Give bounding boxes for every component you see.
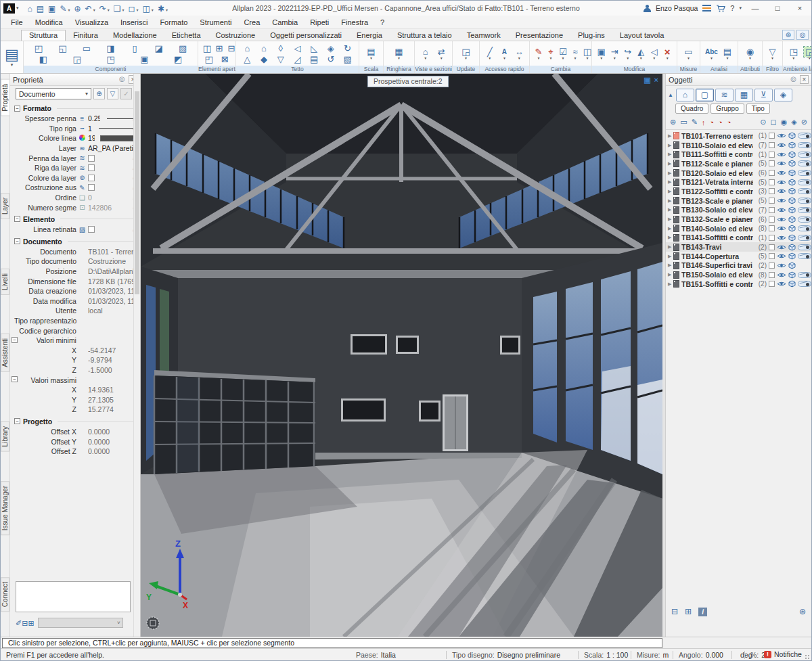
- tree-label[interactable]: TB110-Solaio ed elevazioni: [681, 141, 753, 150]
- checkbox[interactable]: [769, 198, 775, 204]
- tree-row[interactable]: ▶ TB112-Scale e pianerottoli (5): [666, 159, 811, 168]
- property-row[interactable]: X14.9361✎: [14, 385, 140, 395]
- property-row[interactable]: Costruzione aus✎: [14, 183, 140, 193]
- status-item[interactable]: Angolo:0.000: [673, 651, 723, 659]
- tree-label[interactable]: TB123-Scale e pianerottoli: [681, 197, 753, 205]
- ribbon-tab[interactable]: Oggetti personalizzati: [263, 30, 349, 41]
- checkbox[interactable]: [88, 155, 95, 162]
- transparency-slider-icon[interactable]: [798, 160, 811, 166]
- expand-arrow-icon[interactable]: ▶: [668, 244, 673, 250]
- ribbon-tab[interactable]: Presentazione: [508, 30, 570, 41]
- toolbar-icon[interactable]: ◧: [38, 54, 49, 64]
- toolbar-icon[interactable]: ×: [662, 47, 673, 57]
- toolbar-icon[interactable]: ↻: [342, 43, 353, 53]
- objects-toolbar-icon[interactable]: ⊕: [670, 118, 676, 127]
- chevron-down-icon[interactable]: ▾: [627, 57, 629, 60]
- toolbar-icon[interactable]: ▤: [366, 47, 377, 57]
- 3d-cube-icon[interactable]: [788, 160, 796, 167]
- sort-mode-button[interactable]: Gruppo: [710, 104, 744, 114]
- tree-row[interactable]: ▶ TB132-Scale e pianerottoli (6): [666, 214, 811, 224]
- toolbar-icon[interactable]: ▤: [722, 47, 733, 57]
- objects-toolbar-icon[interactable]: ▭: [680, 118, 687, 127]
- expand-arrow-icon[interactable]: ▶: [668, 189, 673, 194]
- 3d-cube-icon[interactable]: [788, 271, 796, 279]
- toolbar-icon[interactable]: ◁: [649, 47, 660, 57]
- checkbox[interactable]: [769, 253, 775, 259]
- toolbar-icon[interactable]: ⌖: [545, 47, 556, 57]
- toolbar-icon[interactable]: ◲: [72, 54, 83, 64]
- tree-label[interactable]: TB111-Soffitti e controsoffi...: [681, 150, 753, 158]
- gear-icon[interactable]: ⊛: [799, 607, 806, 616]
- 3d-viewport[interactable]: Z Y X Prospettiva centrale:2 ▣ ×: [141, 74, 661, 637]
- side-tab[interactable]: Issue Manager: [1, 481, 9, 535]
- toolbar-icon[interactable]: ◳: [788, 47, 799, 57]
- chevron-down-icon[interactable]: ▾: [537, 57, 539, 60]
- toolbar-icon[interactable]: Abc: [705, 47, 718, 57]
- visibility-eye-icon[interactable]: [777, 160, 786, 166]
- 3d-cube-icon[interactable]: [788, 169, 796, 177]
- tree-label[interactable]: TB121-Vetrata interna ufficio: [681, 178, 753, 186]
- chevron-down-icon[interactable]: ▾: [809, 57, 811, 60]
- side-tab[interactable]: Assistenti: [1, 334, 9, 372]
- property-row[interactable]: Tipo documentoCostruzione✎: [14, 256, 140, 267]
- toolbar-icon[interactable]: ▦: [394, 47, 405, 57]
- collapse-box-icon[interactable]: −: [12, 337, 18, 343]
- toolbar-icon[interactable]: ⇥: [609, 47, 620, 57]
- checkbox[interactable]: [769, 235, 775, 241]
- tree-row[interactable]: ▶ TB122-Soffitti e controsoffi... (3): [666, 187, 811, 196]
- minimize-button[interactable]: —: [746, 4, 764, 12]
- expand-arrow-icon[interactable]: ▶: [668, 235, 673, 240]
- menu-item[interactable]: ?: [374, 16, 390, 29]
- menu-item[interactable]: Finestra: [335, 16, 374, 29]
- help-caret-icon[interactable]: ▾: [739, 5, 742, 11]
- close-panel-icon[interactable]: ×: [800, 75, 809, 84]
- notifications-button[interactable]: ! Notifiche: [764, 650, 802, 658]
- toolbar-icon[interactable]: ◨: [105, 43, 116, 53]
- tree-row[interactable]: ▶ TB143-Travi (2): [666, 242, 811, 252]
- transparency-slider-icon[interactable]: [798, 152, 811, 158]
- tree-label[interactable]: TB101-Terreno esterno: [681, 132, 753, 140]
- user-name[interactable]: Enzo Pasqua: [656, 4, 698, 12]
- transparency-slider-icon[interactable]: [798, 235, 811, 241]
- logo-caret-icon[interactable]: ▾: [16, 5, 19, 11]
- collapse-box-icon[interactable]: −: [14, 418, 20, 424]
- toolbar-icon[interactable]: ◪: [154, 43, 164, 53]
- property-row[interactable]: Ordine0✎: [14, 193, 140, 203]
- property-row[interactable]: Spessore penna0.25✎: [14, 114, 140, 124]
- info-icon[interactable]: i: [698, 608, 707, 616]
- chevron-down-icon[interactable]: ▾: [710, 57, 713, 60]
- status-item[interactable]: Tipo disegno:Disegno preliminare: [446, 651, 560, 659]
- close-button[interactable]: ×: [791, 4, 809, 12]
- visibility-eye-icon[interactable]: [777, 235, 786, 241]
- menu-item[interactable]: Formato: [154, 16, 194, 29]
- property-row[interactable]: Offset Z0.0000✎: [14, 447, 140, 457]
- collapse-box-icon[interactable]: −: [14, 106, 20, 112]
- quick-access-icon[interactable]: ↶: [83, 4, 97, 14]
- ribbon-tab[interactable]: Modellazione: [106, 30, 164, 41]
- 3d-cube-icon[interactable]: [788, 262, 796, 269]
- 3d-cube-icon[interactable]: [788, 280, 796, 288]
- tree-label[interactable]: TB112-Scale e pianerottoli: [681, 160, 753, 168]
- toolbar-icon[interactable]: ▨: [177, 43, 188, 53]
- expand-arrow-icon[interactable]: ▶: [668, 272, 673, 277]
- property-row[interactable]: Z-1.5000✎: [14, 365, 140, 375]
- expand-arrow-icon[interactable]: ▶: [668, 207, 673, 212]
- footer-icon[interactable]: ⊟: [671, 607, 678, 616]
- tree-row[interactable]: ▶ TB121-Vetrata interna ufficio (5): [666, 177, 811, 187]
- checkbox[interactable]: [88, 184, 95, 191]
- visibility-eye-icon[interactable]: [777, 263, 786, 269]
- property-row[interactable]: Y27.1305✎: [14, 394, 140, 405]
- pin-icon[interactable]: ◎: [789, 75, 798, 84]
- checkbox[interactable]: [769, 225, 775, 231]
- property-section-header[interactable]: −Progetto: [14, 416, 140, 427]
- property-row[interactable]: Y-9.9794✎: [14, 355, 140, 365]
- property-section-header[interactable]: −Documento: [14, 236, 140, 247]
- toolbar-icon[interactable]: ◁: [292, 43, 302, 53]
- objects-toolbar-icon[interactable]: ◔: [718, 118, 723, 127]
- tree-label[interactable]: TB120-Solaio ed elevazioni: [681, 169, 753, 177]
- footer-icon[interactable]: ⊞: [685, 607, 692, 616]
- menu-item[interactable]: Ripeti: [304, 16, 335, 29]
- tree-row[interactable]: ▶ TB123-Scale e pianerottoli (5): [666, 196, 811, 206]
- ribbon-tab[interactable]: Energia: [349, 30, 390, 41]
- visibility-eye-icon[interactable]: [777, 142, 786, 148]
